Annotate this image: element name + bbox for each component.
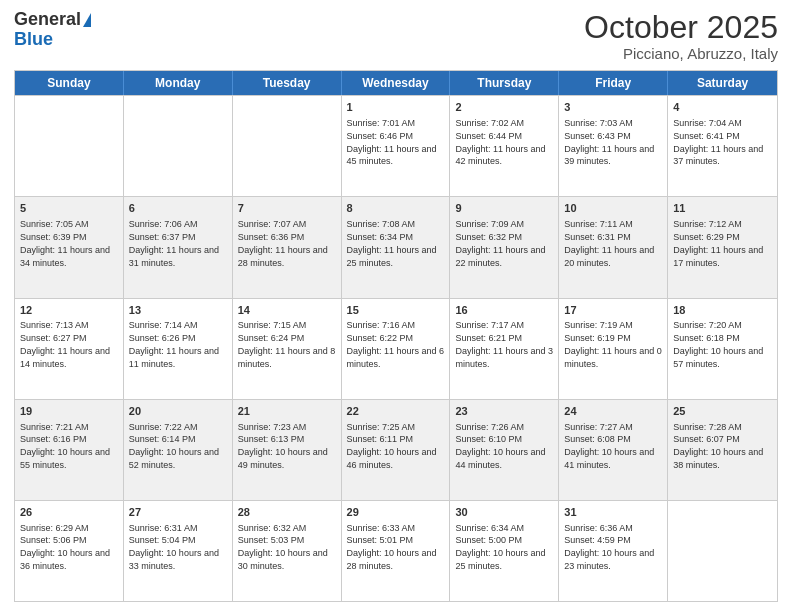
calendar-cell: 5Sunrise: 7:05 AM Sunset: 6:39 PM Daylig… bbox=[15, 197, 124, 297]
calendar-cell: 25Sunrise: 7:28 AM Sunset: 6:07 PM Dayli… bbox=[668, 400, 777, 500]
cell-info: Sunrise: 7:28 AM Sunset: 6:07 PM Dayligh… bbox=[673, 422, 766, 470]
weekday-header-sunday: Sunday bbox=[15, 71, 124, 95]
weekday-header-friday: Friday bbox=[559, 71, 668, 95]
calendar-cell: 30Sunrise: 6:34 AM Sunset: 5:00 PM Dayli… bbox=[450, 501, 559, 601]
day-number: 20 bbox=[129, 404, 227, 419]
calendar-row-0: 1Sunrise: 7:01 AM Sunset: 6:46 PM Daylig… bbox=[15, 95, 777, 196]
day-number: 4 bbox=[673, 100, 772, 115]
page: General Blue October 2025 Picciano, Abru… bbox=[0, 0, 792, 612]
calendar-cell: 20Sunrise: 7:22 AM Sunset: 6:14 PM Dayli… bbox=[124, 400, 233, 500]
calendar-cell: 15Sunrise: 7:16 AM Sunset: 6:22 PM Dayli… bbox=[342, 299, 451, 399]
header: General Blue October 2025 Picciano, Abru… bbox=[14, 10, 778, 62]
logo-triangle-icon bbox=[83, 13, 91, 27]
day-number: 24 bbox=[564, 404, 662, 419]
calendar-cell: 22Sunrise: 7:25 AM Sunset: 6:11 PM Dayli… bbox=[342, 400, 451, 500]
calendar-cell: 3Sunrise: 7:03 AM Sunset: 6:43 PM Daylig… bbox=[559, 96, 668, 196]
cell-info: Sunrise: 7:02 AM Sunset: 6:44 PM Dayligh… bbox=[455, 118, 548, 166]
day-number: 29 bbox=[347, 505, 445, 520]
calendar: SundayMondayTuesdayWednesdayThursdayFrid… bbox=[14, 70, 778, 602]
calendar-cell: 28Sunrise: 6:32 AM Sunset: 5:03 PM Dayli… bbox=[233, 501, 342, 601]
calendar-location: Picciano, Abruzzo, Italy bbox=[584, 45, 778, 62]
cell-info: Sunrise: 7:12 AM Sunset: 6:29 PM Dayligh… bbox=[673, 219, 766, 267]
cell-info: Sunrise: 7:19 AM Sunset: 6:19 PM Dayligh… bbox=[564, 320, 664, 368]
calendar-cell: 29Sunrise: 6:33 AM Sunset: 5:01 PM Dayli… bbox=[342, 501, 451, 601]
cell-info: Sunrise: 7:25 AM Sunset: 6:11 PM Dayligh… bbox=[347, 422, 440, 470]
cell-info: Sunrise: 6:31 AM Sunset: 5:04 PM Dayligh… bbox=[129, 523, 222, 571]
calendar-cell: 26Sunrise: 6:29 AM Sunset: 5:06 PM Dayli… bbox=[15, 501, 124, 601]
cell-info: Sunrise: 7:13 AM Sunset: 6:27 PM Dayligh… bbox=[20, 320, 113, 368]
day-number: 22 bbox=[347, 404, 445, 419]
cell-info: Sunrise: 7:27 AM Sunset: 6:08 PM Dayligh… bbox=[564, 422, 657, 470]
day-number: 6 bbox=[129, 201, 227, 216]
calendar-cell: 12Sunrise: 7:13 AM Sunset: 6:27 PM Dayli… bbox=[15, 299, 124, 399]
calendar-cell: 18Sunrise: 7:20 AM Sunset: 6:18 PM Dayli… bbox=[668, 299, 777, 399]
calendar-cell: 7Sunrise: 7:07 AM Sunset: 6:36 PM Daylig… bbox=[233, 197, 342, 297]
calendar-cell: 10Sunrise: 7:11 AM Sunset: 6:31 PM Dayli… bbox=[559, 197, 668, 297]
weekday-header-saturday: Saturday bbox=[668, 71, 777, 95]
cell-info: Sunrise: 7:04 AM Sunset: 6:41 PM Dayligh… bbox=[673, 118, 766, 166]
calendar-row-2: 12Sunrise: 7:13 AM Sunset: 6:27 PM Dayli… bbox=[15, 298, 777, 399]
day-number: 31 bbox=[564, 505, 662, 520]
cell-info: Sunrise: 7:03 AM Sunset: 6:43 PM Dayligh… bbox=[564, 118, 657, 166]
title-area: October 2025 Picciano, Abruzzo, Italy bbox=[584, 10, 778, 62]
calendar-cell bbox=[233, 96, 342, 196]
calendar-cell: 11Sunrise: 7:12 AM Sunset: 6:29 PM Dayli… bbox=[668, 197, 777, 297]
weekday-header-monday: Monday bbox=[124, 71, 233, 95]
weekday-header-tuesday: Tuesday bbox=[233, 71, 342, 95]
cell-info: Sunrise: 7:09 AM Sunset: 6:32 PM Dayligh… bbox=[455, 219, 548, 267]
calendar-cell bbox=[15, 96, 124, 196]
day-number: 12 bbox=[20, 303, 118, 318]
day-number: 7 bbox=[238, 201, 336, 216]
day-number: 10 bbox=[564, 201, 662, 216]
calendar-cell: 31Sunrise: 6:36 AM Sunset: 4:59 PM Dayli… bbox=[559, 501, 668, 601]
day-number: 17 bbox=[564, 303, 662, 318]
day-number: 8 bbox=[347, 201, 445, 216]
cell-info: Sunrise: 6:36 AM Sunset: 4:59 PM Dayligh… bbox=[564, 523, 657, 571]
calendar-cell: 16Sunrise: 7:17 AM Sunset: 6:21 PM Dayli… bbox=[450, 299, 559, 399]
cell-info: Sunrise: 6:33 AM Sunset: 5:01 PM Dayligh… bbox=[347, 523, 440, 571]
logo-general-text: General bbox=[14, 10, 81, 30]
weekday-header-thursday: Thursday bbox=[450, 71, 559, 95]
cell-info: Sunrise: 6:34 AM Sunset: 5:00 PM Dayligh… bbox=[455, 523, 548, 571]
calendar-cell: 14Sunrise: 7:15 AM Sunset: 6:24 PM Dayli… bbox=[233, 299, 342, 399]
day-number: 15 bbox=[347, 303, 445, 318]
day-number: 9 bbox=[455, 201, 553, 216]
day-number: 3 bbox=[564, 100, 662, 115]
cell-info: Sunrise: 7:08 AM Sunset: 6:34 PM Dayligh… bbox=[347, 219, 440, 267]
day-number: 1 bbox=[347, 100, 445, 115]
day-number: 11 bbox=[673, 201, 772, 216]
calendar-cell bbox=[668, 501, 777, 601]
day-number: 26 bbox=[20, 505, 118, 520]
cell-info: Sunrise: 7:15 AM Sunset: 6:24 PM Dayligh… bbox=[238, 320, 338, 368]
weekday-header-wednesday: Wednesday bbox=[342, 71, 451, 95]
calendar-cell: 24Sunrise: 7:27 AM Sunset: 6:08 PM Dayli… bbox=[559, 400, 668, 500]
calendar-cell: 1Sunrise: 7:01 AM Sunset: 6:46 PM Daylig… bbox=[342, 96, 451, 196]
day-number: 28 bbox=[238, 505, 336, 520]
calendar-body: 1Sunrise: 7:01 AM Sunset: 6:46 PM Daylig… bbox=[15, 95, 777, 601]
day-number: 14 bbox=[238, 303, 336, 318]
cell-info: Sunrise: 7:23 AM Sunset: 6:13 PM Dayligh… bbox=[238, 422, 331, 470]
cell-info: Sunrise: 7:21 AM Sunset: 6:16 PM Dayligh… bbox=[20, 422, 113, 470]
calendar-cell: 17Sunrise: 7:19 AM Sunset: 6:19 PM Dayli… bbox=[559, 299, 668, 399]
logo-blue-text: Blue bbox=[14, 29, 53, 49]
calendar-cell bbox=[124, 96, 233, 196]
cell-info: Sunrise: 6:29 AM Sunset: 5:06 PM Dayligh… bbox=[20, 523, 113, 571]
calendar-title: October 2025 bbox=[584, 10, 778, 45]
cell-info: Sunrise: 7:11 AM Sunset: 6:31 PM Dayligh… bbox=[564, 219, 657, 267]
day-number: 2 bbox=[455, 100, 553, 115]
day-number: 30 bbox=[455, 505, 553, 520]
cell-info: Sunrise: 7:06 AM Sunset: 6:37 PM Dayligh… bbox=[129, 219, 222, 267]
day-number: 27 bbox=[129, 505, 227, 520]
cell-info: Sunrise: 7:01 AM Sunset: 6:46 PM Dayligh… bbox=[347, 118, 440, 166]
cell-info: Sunrise: 7:05 AM Sunset: 6:39 PM Dayligh… bbox=[20, 219, 113, 267]
calendar-cell: 13Sunrise: 7:14 AM Sunset: 6:26 PM Dayli… bbox=[124, 299, 233, 399]
day-number: 13 bbox=[129, 303, 227, 318]
calendar-row-1: 5Sunrise: 7:05 AM Sunset: 6:39 PM Daylig… bbox=[15, 196, 777, 297]
cell-info: Sunrise: 7:26 AM Sunset: 6:10 PM Dayligh… bbox=[455, 422, 548, 470]
cell-info: Sunrise: 7:17 AM Sunset: 6:21 PM Dayligh… bbox=[455, 320, 555, 368]
day-number: 16 bbox=[455, 303, 553, 318]
calendar-row-4: 26Sunrise: 6:29 AM Sunset: 5:06 PM Dayli… bbox=[15, 500, 777, 601]
logo: General Blue bbox=[14, 10, 91, 50]
cell-info: Sunrise: 7:14 AM Sunset: 6:26 PM Dayligh… bbox=[129, 320, 222, 368]
cell-info: Sunrise: 7:07 AM Sunset: 6:36 PM Dayligh… bbox=[238, 219, 331, 267]
